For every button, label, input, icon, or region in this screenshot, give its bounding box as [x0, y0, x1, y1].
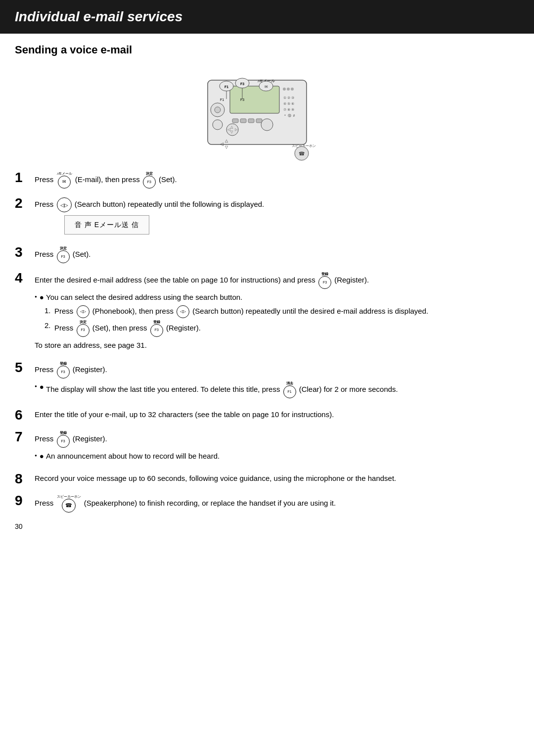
step-7-content: Press 登録 F3 (Register). ● An announcemen… [35, 431, 519, 464]
svg-text:▽: ▽ [225, 145, 228, 149]
step-8-number: 8 [15, 472, 33, 486]
step-5-number: 5 [15, 361, 33, 375]
step-7-bullet: ● An announcement about how to record wi… [35, 451, 519, 462]
step-3-content: Press 決定 F3 (Set). [35, 246, 519, 263]
step-7-register: (Register). [73, 434, 107, 443]
f3-reg-btn-step7: 登録 F3 [57, 431, 70, 448]
step-9-press: Press [35, 498, 56, 507]
step-9: 9 Press スピーカーホン ☎ (Speakerphone) to fini… [15, 495, 519, 513]
header-bar: Individual e-mail services [0, 0, 534, 34]
step-4: 4 Enter the desired e-mail address (see … [15, 272, 519, 353]
step-5: 5 Press 登録 F3 (Register). ● The display … [15, 362, 519, 400]
email-button-icon: ♪/Eメール ✉ [57, 172, 72, 189]
step-9-number: 9 [15, 494, 33, 508]
step-6: 6 Enter the title of your e-mail, up to … [15, 409, 519, 422]
step-3-set: (Set). [73, 250, 91, 258]
step-9-text: (Speakerphone) to finish recording, or r… [84, 498, 336, 507]
step-4-number: 4 [15, 271, 33, 285]
step-1: 1 Press ♪/Eメール ✉ (E-mail), then press 決定… [15, 172, 519, 189]
svg-point-9 [283, 88, 286, 91]
step-1-text: (E-mail), then press [75, 175, 142, 184]
svg-text:④ ⑤ ⑥: ④ ⑤ ⑥ [283, 102, 294, 105]
svg-rect-20 [240, 119, 246, 123]
step-6-text: Enter the title of your e-mail, up to 32… [35, 410, 334, 419]
step-5-register: (Register). [73, 365, 107, 374]
section-title: Sending a voice e-mail [15, 44, 519, 56]
step-7-bullets: ● An announcement about how to record wi… [35, 451, 519, 462]
f3-reg-btn-step4: 登録 F3 [318, 272, 331, 289]
svg-point-18 [213, 120, 222, 130]
search-btn2: ◁▷ [177, 305, 189, 318]
step-4-content: Enter the desired e-mail address (see th… [35, 272, 519, 353]
step-4-bullets: ● You can select the desired address usi… [35, 292, 519, 303]
nsub-1: 1. Press ◁▷ (Phonebook), then press ◁▷ (… [44, 305, 519, 318]
step-7-press: Press [35, 434, 56, 443]
step-4-note: To store an address, see page 31. [35, 340, 519, 351]
step-8-text: Record your voice message up to 60 secon… [35, 474, 396, 482]
svg-rect-1 [230, 86, 279, 113]
svg-rect-21 [248, 119, 254, 123]
step-5-press: Press [35, 365, 56, 374]
step-8: 8 Record your voice message up to 60 sec… [15, 473, 519, 486]
step-4-register: (Register). [334, 276, 369, 284]
step-2-content: Press ◁▷ (Search button) repeatedly unti… [35, 197, 519, 237]
f1-clear-btn: 消去F1 [283, 381, 296, 398]
f3-reg-nsub2: 登録F3 [150, 320, 163, 337]
step-8-content: Record your voice message up to 60 secon… [35, 473, 519, 484]
svg-text:✉: ✉ [265, 85, 268, 89]
step-3: 3 Press 決定 F3 (Set). [15, 246, 519, 263]
search-button: ◁▷ [57, 197, 72, 212]
device-svg: F1 F3 ♪/Eメール ✉ ① ② ③ ④ ⑤ ⑥ ⑦ ⑧ ⑨ ＊ ⑩ ＃ [193, 65, 341, 162]
svg-text:☎: ☎ [299, 151, 305, 156]
f3-reg-btn-step5: 登録 F3 [57, 362, 70, 378]
svg-text:＊ ⑩ ＃: ＊ ⑩ ＃ [283, 114, 296, 117]
display-box: 音 声 Eメール送 信 [64, 215, 149, 235]
page-content: Sending a voice e-mail F1 F3 ♪/Eメール ✉ ① … [0, 44, 534, 550]
device-diagram: F1 F3 ♪/Eメール ✉ ① ② ③ ④ ⑤ ⑥ ⑦ ⑧ ⑨ ＊ ⑩ ＃ [15, 65, 519, 162]
svg-text:F3: F3 [240, 98, 244, 101]
page-number: 30 [15, 522, 519, 530]
step-1-set: (Set). [159, 175, 177, 184]
page-title: Individual e-mail services [15, 9, 519, 25]
step-5-bullet: ● The display will show the last title y… [35, 381, 519, 398]
svg-point-23 [261, 119, 273, 131]
f3-set-btn-step3: 決定 F3 [57, 246, 70, 263]
nsub-2: 2. Press 決定F3 (Set), then press 登録F3 (Re… [44, 320, 519, 337]
f3-set-button: 決定 F3 [143, 172, 156, 189]
svg-text:△: △ [225, 139, 228, 143]
step-2-text: (Search button) repeatedly until the fol… [75, 200, 265, 208]
step-7: 7 Press 登録 F3 (Register). ● An announcem… [15, 431, 519, 464]
step-9-content: Press スピーカーホン ☎ (Speakerphone) to finish… [35, 495, 519, 513]
svg-text:◁: ◁ [220, 142, 223, 146]
step-2-press: Press [35, 200, 56, 208]
search-phonebook-btn: ◁▷ [77, 305, 89, 318]
speakerphone-button: スピーカーホン ☎ [57, 495, 81, 513]
bullet-1: ● You can select the desired address usi… [35, 292, 519, 303]
step-4-numbered: 1. Press ◁▷ (Phonebook), then press ◁▷ (… [44, 305, 519, 337]
step-6-number: 6 [15, 408, 33, 422]
step-1-number: 1 [15, 171, 33, 185]
step-3-number: 3 [15, 245, 33, 259]
svg-text:⑦ ⑧ ⑨: ⑦ ⑧ ⑨ [283, 108, 294, 111]
svg-text:F1: F1 [220, 98, 224, 101]
svg-point-17 [215, 107, 221, 113]
step-2-number: 2 [15, 196, 33, 210]
svg-text:F1: F1 [224, 85, 228, 89]
step-1-content: Press ♪/Eメール ✉ (E-mail), then press 決定 F… [35, 172, 519, 189]
svg-rect-22 [256, 119, 262, 123]
svg-point-11 [291, 88, 294, 91]
step-3-press: Press [35, 250, 56, 258]
svg-text:F3: F3 [240, 82, 244, 86]
step-2: 2 Press ◁▷ (Search button) repeatedly un… [15, 197, 519, 237]
step-5-bullets: ● The display will show the last title y… [35, 381, 519, 398]
step-1-press: Press [35, 175, 56, 184]
step-5-content: Press 登録 F3 (Register). ● The display wi… [35, 362, 519, 400]
svg-point-10 [287, 88, 290, 91]
f3-set-nsub2: 決定F3 [77, 320, 89, 337]
svg-rect-19 [232, 119, 238, 123]
step-4-text1: Enter the desired e-mail address (see th… [35, 276, 317, 284]
svg-text:① ② ③: ① ② ③ [283, 96, 294, 99]
step-7-number: 7 [15, 430, 33, 444]
step-6-content: Enter the title of your e-mail, up to 32… [35, 409, 519, 421]
